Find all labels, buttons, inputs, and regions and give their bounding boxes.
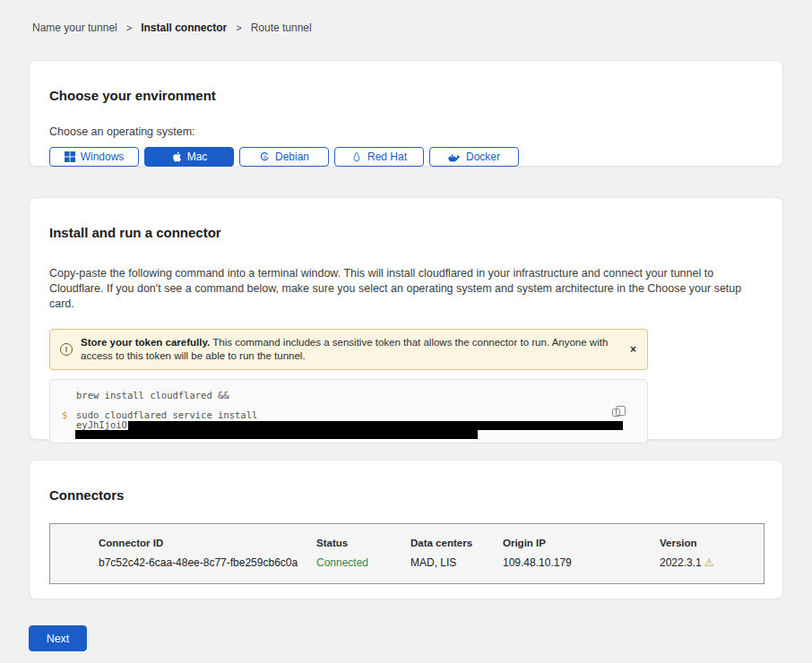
chevron-right-separator: >: [126, 22, 132, 33]
connectors-card-title: Connectors: [49, 487, 763, 503]
redacted-token-bar: [75, 430, 478, 439]
breadcrumb: Name your tunnel > Install connector > R…: [0, 0, 812, 34]
alert-circle-icon: !: [60, 343, 73, 356]
version-value: 2022.3.1: [660, 556, 702, 569]
token-warning-banner: ! Store your token carefully. This comma…: [49, 329, 648, 370]
column-header-status: Status: [316, 538, 410, 548]
version-warning-icon[interactable]: ⚠: [704, 556, 714, 569]
connectors-card: Connectors Connector ID Status Data cent…: [29, 460, 783, 599]
status-cell: Connected: [316, 556, 410, 569]
os-button-debian[interactable]: Debian: [239, 147, 329, 167]
origin-ip-cell: 109.48.10.179: [503, 556, 660, 569]
debian-icon: [259, 151, 270, 162]
copy-command-button[interactable]: [611, 403, 626, 418]
connectors-table: Connector ID Status Data centers Origin …: [49, 523, 764, 584]
os-select-label: Choose an operating system:: [49, 125, 763, 138]
connectors-table-row: b7c52c42-6caa-48ee-8c77-fbe259cb6c0a Con…: [99, 556, 764, 569]
connectors-table-header: Connector ID Status Data centers Origin …: [99, 538, 764, 548]
environment-card-title: Choose your environment: [49, 88, 763, 103]
install-command-code-block: brew install cloudflared && $sudo cloudf…: [49, 379, 648, 443]
column-header-connector-id: Connector ID: [99, 538, 316, 548]
column-header-data-centers: Data centers: [410, 538, 503, 548]
os-button-mac[interactable]: Mac: [144, 147, 234, 167]
code-line-token: eyJhIjoiO: [50, 420, 647, 430]
install-card: Install and run a connector Copy-paste t…: [29, 197, 783, 440]
os-button-label: Windows: [81, 151, 125, 163]
os-button-redhat[interactable]: Red Hat: [334, 147, 424, 167]
close-banner-button[interactable]: ×: [630, 344, 636, 355]
redacted-token-bar: [128, 421, 623, 430]
install-description: Copy-paste the following command into a …: [49, 266, 759, 312]
column-header-origin-ip: Origin IP: [503, 538, 660, 548]
os-button-docker[interactable]: Docker: [429, 147, 519, 167]
breadcrumb-step-name-your-tunnel[interactable]: Name your tunnel: [32, 22, 117, 34]
os-button-label: Docker: [466, 151, 500, 163]
breadcrumb-step-install-connector[interactable]: Install connector: [141, 22, 227, 34]
code-line-sudo: $sudo cloudflared service install: [50, 409, 647, 420]
version-cell: 2022.3.1⚠: [660, 556, 764, 569]
apple-icon: [171, 151, 182, 163]
os-button-label: Red Hat: [367, 151, 407, 163]
copy-icon: [612, 409, 620, 417]
code-line-brew: brew install cloudflared &&: [50, 390, 647, 400]
os-button-label: Debian: [275, 151, 309, 163]
code-line-sudo-text: sudo cloudflared service install: [76, 409, 257, 420]
token-prefix: eyJhIjoiO: [76, 419, 127, 430]
os-button-label: Mac: [187, 151, 208, 163]
install-card-title: Install and run a connector: [49, 225, 763, 240]
chevron-right-separator: >: [236, 22, 241, 33]
os-button-windows[interactable]: Windows: [49, 147, 139, 167]
breadcrumb-step-route-tunnel[interactable]: Route tunnel: [251, 22, 312, 34]
os-button-group: Windows Mac Debian Red Hat: [49, 147, 763, 167]
token-warning-title: Store your token carefully.: [81, 337, 210, 348]
token-warning-text: Store your token carefully. This command…: [81, 336, 611, 363]
connector-id-cell: b7c52c42-6caa-48ee-8c77-fbe259cb6c0a: [99, 556, 316, 569]
redhat-linux-icon: [351, 151, 362, 163]
column-header-version: Version: [660, 538, 764, 548]
windows-icon: [65, 151, 75, 162]
data-centers-cell: MAD, LIS: [410, 556, 503, 569]
next-button[interactable]: Next: [29, 625, 87, 651]
shell-prompt: $: [62, 409, 67, 420]
environment-card: Choose your environment Choose an operat…: [29, 60, 783, 167]
docker-whale-icon: [448, 152, 461, 162]
tunnel-setup-page: Name your tunnel > Install connector > R…: [0, 0, 812, 663]
